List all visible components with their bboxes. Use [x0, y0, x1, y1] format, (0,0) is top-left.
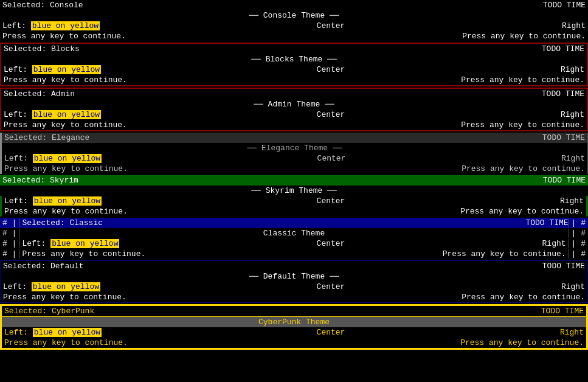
console-todo: TODO TIME — [543, 1, 586, 10]
classic-center: Center — [317, 239, 345, 248]
classic-hash-right: | # — [569, 218, 588, 227]
elegance-content-row2: Press any key to continue. Press any key… — [2, 164, 587, 174]
admin-content-row1: Left: blue on yellow Center Right — [1, 109, 587, 120]
blocks-outer-border: Selected: Blocks TODO TIME ── Blocks The… — [0, 43, 588, 86]
admin-left: Left: blue on yellow — [4, 110, 101, 119]
classic-title-hash-right: | # — [569, 229, 588, 238]
admin-selected: Selected: Admin — [4, 89, 75, 99]
skyrim-content-row2: Press any key to continue. Press any key… — [0, 206, 588, 217]
cyberpunk-center: Center — [317, 328, 345, 337]
cyberpunk-status-bar: Selected: CyberPunk TODO TIME — [2, 306, 586, 317]
classic-title: Classic Theme — [19, 229, 568, 238]
console-content-row2: Press any key to continue. Press any key… — [0, 31, 588, 41]
default-highlight: blue on yellow — [32, 282, 100, 291]
skyrim-todo: TODO TIME — [543, 176, 586, 185]
default-title-bar: ── Default Theme ── — [1, 271, 587, 282]
elegance-title-bar: ── Elegance Theme ── — [2, 143, 587, 153]
default-press-left: Press any key to continue. — [3, 293, 126, 302]
console-press-left: Press any key to continue. — [2, 32, 126, 41]
blocks-right: Right — [561, 65, 584, 74]
classic-c2-main: Press any key to continue. Press any key… — [19, 249, 568, 259]
console-left: Left: blue on yellow — [2, 21, 100, 30]
skyrim-outer: Selected: Skyrim TODO TIME ── Skyrim The… — [0, 175, 588, 217]
console-right: Right — [562, 21, 586, 30]
blocks-theme-block: Selected: Blocks TODO TIME ── Blocks The… — [0, 43, 588, 86]
classic-selected: Selected: Classic — [19, 218, 525, 227]
default-theme-block: Selected: Default TODO TIME ── Default T… — [0, 260, 588, 303]
admin-content-row2: Press any key to continue. Press any key… — [1, 120, 587, 130]
classic-c1-hash-left: # | — [0, 239, 19, 248]
skyrim-selected: Selected: Skyrim — [2, 176, 78, 185]
skyrim-right: Right — [560, 196, 584, 206]
elegance-status-bar: Selected: Elegance TODO TIME — [2, 133, 587, 143]
skyrim-left: Left: blue on yellow — [4, 196, 102, 206]
blocks-press-right: Press any key to continue. — [461, 75, 584, 85]
blocks-status-bar: Selected: Blocks TODO TIME — [1, 44, 587, 54]
elegance-center: Center — [317, 154, 346, 163]
default-content-row2: Press any key to continue. Press any key… — [1, 292, 587, 302]
elegance-press-left: Press any key to continue. — [4, 164, 128, 173]
cyberpunk-press-right: Press any key to continue. — [460, 338, 584, 347]
cyberpunk-outer-border: Selected: CyberPunk TODO TIME CyberPunk … — [0, 304, 588, 350]
console-center: Center — [317, 21, 345, 30]
console-content-row1: Left: blue on yellow Center Right — [0, 21, 588, 31]
console-status-bar: Selected: Console TODO TIME — [0, 0, 588, 10]
elegance-theme-block: Selected: Elegance TODO TIME ── Elegance… — [0, 133, 588, 174]
classic-status-bar: # | Selected: Classic TODO TIME | # — [0, 218, 588, 228]
elegance-press-right: Press any key to continue. — [462, 164, 585, 173]
classic-press-left: Press any key to continue. — [22, 249, 145, 259]
blocks-center: Center — [317, 65, 345, 74]
admin-outer-border: Selected: Admin TODO TIME ── Admin Theme… — [0, 88, 588, 131]
classic-left: Left: blue on yellow — [22, 239, 119, 248]
cyberpunk-content-row1: Left: blue on yellow Center Right — [2, 327, 586, 338]
console-selected: Selected: Console — [2, 1, 83, 10]
admin-press-left: Press any key to continue. — [4, 120, 127, 130]
blocks-title-bar: ── Blocks Theme ── — [1, 54, 587, 64]
elegance-selected: Selected: Elegance — [4, 133, 89, 142]
default-selected: Selected: Default — [3, 262, 84, 271]
admin-title-bar: ── Admin Theme ── — [1, 99, 587, 109]
default-todo: TODO TIME — [542, 262, 585, 271]
admin-status-bar: Selected: Admin TODO TIME — [1, 89, 587, 99]
elegance-highlight: blue on yellow — [33, 154, 102, 163]
admin-right: Right — [561, 110, 584, 119]
admin-highlight: blue on yellow — [32, 110, 101, 119]
default-outer-border: Selected: Default TODO TIME ── Default T… — [0, 260, 588, 303]
elegance-outer: Selected: Elegance TODO TIME ── Elegance… — [0, 133, 588, 174]
console-title-bar: ── Console Theme ── — [0, 10, 588, 21]
blocks-left: Left: blue on yellow — [4, 65, 101, 74]
cyberpunk-left: Left: blue on yellow — [4, 328, 102, 337]
skyrim-center: Center — [317, 196, 345, 206]
elegance-todo: TODO TIME — [542, 133, 585, 142]
blocks-content-row1: Left: blue on yellow Center Right — [1, 64, 587, 75]
admin-press-right: Press any key to continue. — [461, 120, 584, 130]
cyberpunk-theme-block: Selected: CyberPunk TODO TIME CyberPunk … — [0, 304, 588, 350]
skyrim-highlight: blue on yellow — [33, 196, 102, 206]
elegance-right: Right — [561, 154, 585, 163]
classic-highlight: blue on yellow — [50, 239, 119, 248]
console-highlight: blue on yellow — [31, 21, 100, 30]
cyberpunk-content-row2: Press any key to continue. Press any key… — [2, 338, 586, 348]
elegance-left: Left: blue on yellow — [4, 154, 102, 163]
skyrim-status-bar: Selected: Skyrim TODO TIME — [0, 175, 588, 186]
classic-c1-main: Left: blue on yellow Center Right — [19, 239, 568, 248]
skyrim-press-right: Press any key to continue. — [460, 207, 584, 216]
cyberpunk-todo: TODO TIME — [541, 307, 584, 316]
classic-hash-left: # | — [0, 218, 19, 227]
classic-c2-hash-right: | # — [569, 249, 588, 259]
admin-theme-block: Selected: Admin TODO TIME ── Admin Theme… — [0, 88, 588, 131]
classic-content-row1: # | Left: blue on yellow Center Right | … — [0, 238, 588, 249]
classic-todo: TODO TIME — [525, 218, 568, 227]
classic-title-hash-left: # | — [0, 229, 19, 238]
default-press-right: Press any key to continue. — [462, 293, 585, 302]
default-center: Center — [317, 282, 345, 291]
default-status-bar: Selected: Default TODO TIME — [1, 261, 587, 271]
blocks-content-row2: Press any key to continue. Press any key… — [1, 75, 587, 85]
default-content-row1: Left: blue on yellow Center Right — [1, 282, 587, 292]
classic-press-right: Press any key to continue. — [443, 249, 566, 259]
cyberpunk-highlight: blue on yellow — [33, 328, 102, 337]
skyrim-title-bar: ── Skyrim Theme ── — [0, 186, 588, 196]
skyrim-theme-block: Selected: Skyrim TODO TIME ── Skyrim The… — [0, 175, 588, 217]
console-press-right: Press any key to continue. — [462, 32, 586, 41]
cyberpunk-press-left: Press any key to continue. — [4, 338, 128, 347]
